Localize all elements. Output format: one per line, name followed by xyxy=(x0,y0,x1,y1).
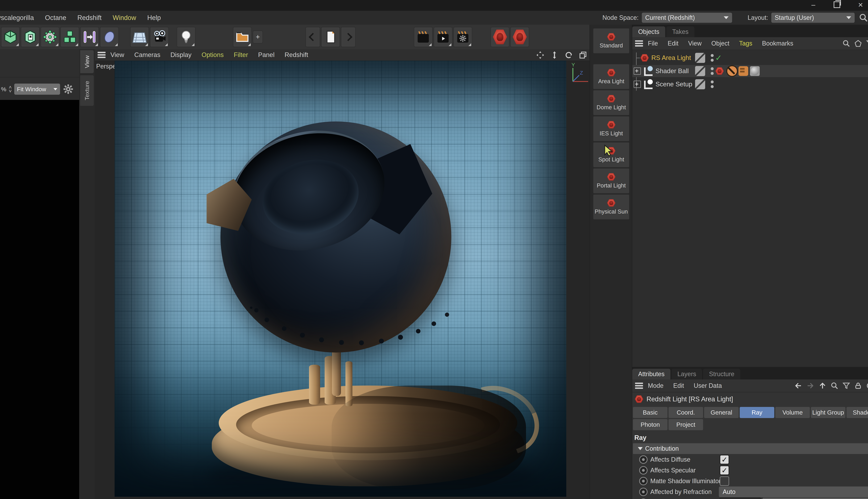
section-tab-light-group[interactable]: Light Group xyxy=(811,407,845,418)
viewport-menu-filter[interactable]: Filter xyxy=(234,51,248,59)
visibility-dots[interactable] xyxy=(711,81,714,88)
om-menu-tags[interactable]: Tags xyxy=(739,40,752,47)
fit-mode-dropdown[interactable]: Fit Window xyxy=(14,84,60,95)
light-button-dome[interactable]: Dome Light xyxy=(593,90,629,115)
tab-structure[interactable]: Structure xyxy=(703,369,740,379)
viewport-menu-redshift[interactable]: Redshift xyxy=(285,51,308,59)
light-button-physical-sun[interactable]: Physical Sun xyxy=(593,194,629,220)
om-menu-bookmarks[interactable]: Bookmarks xyxy=(762,40,793,47)
section-tab-basic[interactable]: Basic xyxy=(633,407,667,418)
redshift-settings-button[interactable] xyxy=(511,27,529,47)
render-settings-button[interactable] xyxy=(453,27,472,47)
om-menu-view[interactable]: View xyxy=(688,40,702,47)
cloner-button[interactable] xyxy=(60,27,79,47)
tab-texture[interactable]: Texture xyxy=(80,75,94,106)
texture-preview-area[interactable] xyxy=(0,100,79,499)
toggle-view-icon[interactable] xyxy=(578,51,588,60)
gi-max-trace-depth-input[interactable]: 255 ˄˅ xyxy=(720,497,761,499)
section-tab-shadow[interactable]: Shadow xyxy=(846,407,868,418)
redshift-tag-icon[interactable] xyxy=(715,67,724,75)
viewport-menu-panel[interactable]: Panel xyxy=(258,51,275,59)
lock-icon[interactable] xyxy=(854,382,862,390)
keyframe-circle-icon[interactable] xyxy=(639,455,647,464)
visibility-dots[interactable] xyxy=(711,67,714,75)
keyframe-circle-icon[interactable] xyxy=(639,488,647,496)
light-button-area[interactable]: Area Light xyxy=(593,64,629,89)
search-icon[interactable] xyxy=(859,13,868,22)
affected-by-refraction-dropdown[interactable]: Auto xyxy=(719,486,868,497)
section-tab-general[interactable]: General xyxy=(704,407,739,418)
attr-menu-mode[interactable]: Mode xyxy=(648,382,664,389)
menu-redshift[interactable]: Redshift xyxy=(77,14,102,22)
keyframe-circle-icon[interactable] xyxy=(639,477,647,485)
expand-icon[interactable] xyxy=(634,68,641,75)
menu-octane[interactable]: Octane xyxy=(45,14,66,22)
section-tab-ray[interactable]: Ray xyxy=(740,407,774,418)
pan-view-icon[interactable] xyxy=(536,51,545,60)
protection-tag-icon[interactable] xyxy=(726,65,738,77)
add-cube-button[interactable] xyxy=(1,27,20,47)
layer-toggle-icon[interactable] xyxy=(695,79,705,89)
layer-toggle-icon[interactable] xyxy=(695,53,705,63)
viewport-menu-options[interactable]: Options xyxy=(202,51,224,59)
zoom-view-icon[interactable] xyxy=(550,51,559,60)
target-icon[interactable] xyxy=(866,382,868,390)
hamburger-menu-icon[interactable] xyxy=(635,40,643,47)
tab-takes[interactable]: Takes xyxy=(666,26,694,37)
section-tab-volume[interactable]: Volume xyxy=(775,407,810,418)
visibility-dots[interactable] xyxy=(711,54,714,62)
om-menu-object[interactable]: Object xyxy=(711,40,729,47)
matte-shadow-illuminator-checkbox[interactable] xyxy=(720,476,729,486)
object-row-rs-area-light[interactable]: RS Area Light ✓ xyxy=(632,52,868,64)
object-row-shader-ball[interactable]: Shader Ball xyxy=(632,65,868,77)
hamburger-menu-icon[interactable] xyxy=(635,382,643,389)
viewport-menu-display[interactable]: Display xyxy=(171,51,191,59)
zoom-stepper[interactable]: ˄˅ xyxy=(9,85,12,93)
viewport-menu-cameras[interactable]: Cameras xyxy=(134,51,160,59)
pentagon-icon[interactable] xyxy=(854,39,862,47)
spline-button[interactable] xyxy=(100,27,119,47)
filter-icon[interactable] xyxy=(866,39,868,47)
parent-up-icon[interactable] xyxy=(818,381,827,390)
instance-button[interactable] xyxy=(80,27,99,47)
tab-view[interactable]: View xyxy=(80,50,94,73)
section-tab-photon[interactable]: Photon xyxy=(633,419,667,430)
viewport-menu-view[interactable]: View xyxy=(110,51,124,59)
enabled-check-icon[interactable]: ✓ xyxy=(715,53,722,63)
subdivision-surface-button[interactable] xyxy=(41,27,59,47)
keyframe-circle-icon[interactable] xyxy=(639,466,647,475)
render-view-button[interactable] xyxy=(414,27,432,47)
add-extrude-button[interactable] xyxy=(21,27,40,47)
previous-document-button[interactable] xyxy=(305,27,320,47)
restore-button[interactable] xyxy=(833,1,841,9)
history-forward-icon[interactable] xyxy=(806,381,815,390)
attr-menu-user-data[interactable]: User Data xyxy=(694,382,722,389)
tab-attributes[interactable]: Attributes xyxy=(632,369,670,379)
open-project-button[interactable] xyxy=(233,27,252,47)
hamburger-menu-icon[interactable] xyxy=(98,52,105,58)
om-menu-file[interactable]: File xyxy=(648,40,658,47)
camera-label[interactable]: Perspe xyxy=(96,63,116,70)
close-button[interactable]: × xyxy=(857,1,865,9)
attr-menu-edit[interactable]: Edit xyxy=(673,382,684,389)
layout-dropdown[interactable]: Startup (User) xyxy=(771,13,855,23)
rotate-view-icon[interactable] xyxy=(564,51,574,60)
filter-icon[interactable] xyxy=(842,382,850,390)
affects-diffuse-checkbox[interactable]: ✓ xyxy=(720,455,729,464)
menu-help[interactable]: Help xyxy=(147,14,161,22)
camera-button[interactable] xyxy=(150,27,169,47)
section-tab-coord[interactable]: Coord. xyxy=(668,407,703,418)
floor-button[interactable] xyxy=(130,27,149,47)
menu-window[interactable]: Window xyxy=(113,14,136,22)
search-icon[interactable] xyxy=(842,39,850,47)
light-button-portal[interactable]: Portal Light xyxy=(593,168,629,194)
node-space-dropdown[interactable]: Current (Redshift) xyxy=(642,13,732,23)
light-button-ies[interactable]: IES Light xyxy=(593,116,629,142)
menu-greyscalegorilla[interactable]: yscalegorilla xyxy=(0,14,34,22)
expand-icon[interactable] xyxy=(634,81,641,88)
history-back-icon[interactable] xyxy=(794,381,802,390)
object-row-scene-setup[interactable]: Scene Setup xyxy=(632,78,868,90)
annotation-tag-icon[interactable] xyxy=(739,66,748,76)
contribution-group-header[interactable]: Contribution xyxy=(633,443,868,454)
layer-toggle-icon[interactable] xyxy=(695,66,705,76)
